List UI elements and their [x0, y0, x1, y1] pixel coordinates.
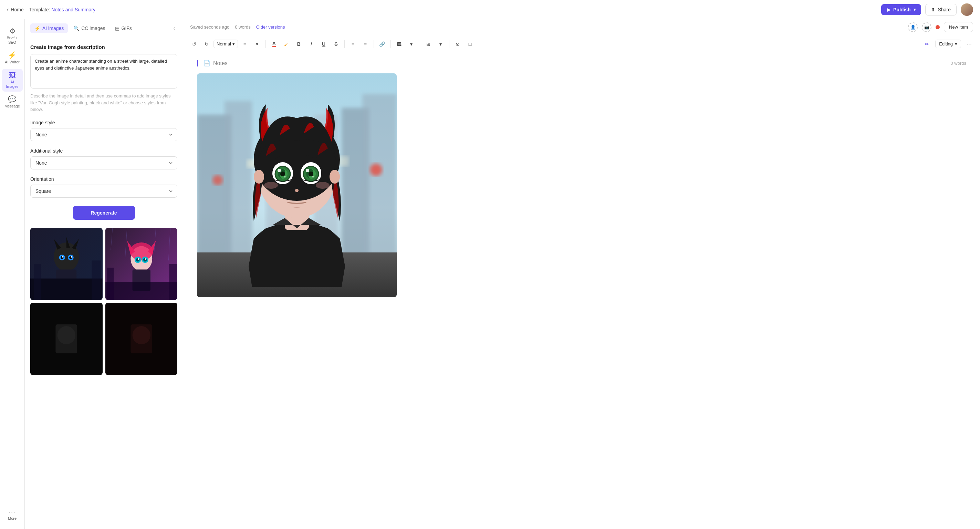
new-item-button[interactable]: New Item [944, 22, 973, 32]
align-chevron-button[interactable]: ▾ [252, 38, 263, 49]
additional-style-select[interactable]: None Dark Bright Vintage Futuristic [30, 156, 177, 169]
prompt-placeholder: Describe the image in detail and then us… [30, 92, 177, 113]
regenerate-button[interactable]: Regenerate [73, 206, 135, 220]
orientation-select[interactable]: Square Landscape Portrait [30, 185, 177, 198]
doc-title: Notes [213, 60, 228, 67]
ai-images-tab-icon: ⚡ [35, 25, 40, 31]
sidebar-item-more[interactable]: ··· More [2, 506, 23, 524]
svg-point-65 [278, 169, 281, 172]
sidebar-item-ai-writer[interactable]: ⚡ AI Writer [2, 49, 23, 67]
svg-point-23 [145, 258, 146, 259]
toolbar-divider-2 [344, 40, 345, 48]
image-thumb-4[interactable] [105, 303, 178, 375]
align-button[interactable]: ≡ [239, 38, 250, 49]
svg-point-21 [143, 258, 146, 261]
new-item-label: New Item [949, 24, 968, 30]
svg-rect-11 [34, 264, 41, 300]
image-grid [30, 228, 177, 375]
image-thumb-2[interactable] [105, 228, 178, 300]
underline-button[interactable]: U [318, 38, 329, 49]
editor-canvas[interactable]: 📄 Notes 0 words [183, 53, 980, 529]
table-button[interactable]: ⊞ [423, 38, 434, 49]
toolbar-divider-4 [390, 40, 391, 48]
editor-toolbar-left: ↺ ↻ Normal ▾ ≡ ▾ A 🖊 B I U S ≡ [189, 38, 921, 49]
text-color-icon: A [272, 41, 276, 47]
status-dot [935, 25, 940, 29]
svg-rect-29 [107, 268, 114, 300]
anime-character-svg [197, 73, 397, 297]
thumb-3-svg [30, 303, 103, 375]
thumb-2-svg [105, 228, 178, 300]
thumb-4-svg [105, 303, 178, 375]
strikethrough-button[interactable]: S [331, 38, 342, 49]
prompt-textarea[interactable]: Create an anime character standing on a … [30, 54, 177, 89]
link-button[interactable]: 🔗 [377, 38, 388, 49]
clear-format-button[interactable]: ⊘ [452, 38, 463, 49]
editor-area: Saved seconds ago 0 words Older versions… [183, 19, 980, 529]
italic-button[interactable]: I [306, 38, 317, 49]
top-nav-left: ‹ Home Template: Notes and Summary [7, 6, 95, 13]
highlight-button[interactable]: 🖊 [281, 38, 292, 49]
collaborator-avatar-icon[interactable]: 👤 [908, 22, 918, 32]
publish-icon: ▶ [887, 7, 891, 13]
image-chevron-button[interactable]: ▾ [406, 38, 417, 49]
share-button[interactable]: ⬆ Share [925, 4, 956, 16]
publish-button[interactable]: ▶ Publish ▾ [881, 4, 921, 15]
image-style-section: Image style None Anime Realistic Oil Pai… [30, 120, 177, 141]
sidebar-label-brief-seo: Brief + SEO [4, 36, 21, 45]
text-color-button[interactable]: A [269, 38, 280, 49]
extra-button[interactable]: □ [465, 38, 476, 49]
tab-ai-images[interactable]: ⚡ AI images [30, 24, 68, 33]
svg-rect-28 [105, 282, 178, 300]
editor-status-left: Saved seconds ago 0 words Older versions [190, 24, 285, 30]
svg-point-64 [309, 172, 313, 176]
share-label: Share [938, 7, 951, 13]
icon-sidebar: ⚙ Brief + SEO ⚡ AI Writer 🖼 AI Images 💬 … [0, 19, 25, 529]
brief-seo-icon: ⚙ [9, 27, 16, 34]
table-chevron-button[interactable]: ▾ [435, 38, 446, 49]
svg-point-9 [71, 256, 72, 257]
camera-icon[interactable]: 📷 [922, 22, 931, 32]
ai-images-icon: 🖼 [9, 72, 16, 78]
pencil-icon: ✏ [921, 38, 932, 49]
panel-collapse-button[interactable]: ‹ [172, 23, 177, 33]
tab-gifs[interactable]: ▤ GIFs [111, 24, 136, 33]
svg-point-20 [136, 258, 140, 261]
svg-point-8 [62, 256, 64, 257]
redo-button[interactable]: ↻ [201, 38, 212, 49]
sidebar-item-message[interactable]: 💬 Message [2, 93, 23, 111]
editing-button[interactable]: Editing ▾ [935, 40, 961, 48]
tab-cc-images[interactable]: 🔍 CC images [69, 24, 109, 33]
sidebar-label-more: More [8, 516, 16, 521]
editor-toolbar: ↺ ↻ Normal ▾ ≡ ▾ A 🖊 B I U S ≡ [183, 35, 980, 53]
sidebar-item-brief-seo[interactable]: ⚙ Brief + SEO [2, 25, 23, 48]
saved-text: Saved seconds ago [190, 24, 229, 30]
orientation-section: Orientation Square Landscape Portrait [30, 176, 177, 198]
toolbar-divider-3 [374, 40, 374, 48]
svg-point-67 [284, 176, 286, 178]
format-value: Normal [216, 41, 231, 46]
toolbar-divider-1 [266, 40, 266, 48]
top-nav-right: ▶ Publish ▾ ⬆ Share [881, 3, 973, 16]
doc-header: 📄 Notes 0 words [204, 60, 966, 67]
bullet-list-button[interactable]: ≡ [347, 38, 358, 49]
svg-point-72 [254, 170, 264, 183]
image-button[interactable]: 🖼 [394, 38, 405, 49]
older-versions-link[interactable]: Older versions [256, 24, 285, 30]
format-select[interactable]: Normal ▾ [213, 40, 238, 48]
home-link[interactable]: ‹ Home [7, 6, 24, 13]
undo-button[interactable]: ↺ [189, 38, 200, 49]
bold-button[interactable]: B [293, 38, 304, 49]
numbered-list-button[interactable]: ≡ [360, 38, 371, 49]
image-thumb-1[interactable] [30, 228, 103, 300]
svg-point-33 [57, 326, 75, 344]
more-options-button[interactable]: ··· [964, 39, 975, 49]
create-image-title: Create image from description [30, 44, 177, 50]
avatar[interactable] [961, 3, 973, 16]
publish-chevron-icon: ▾ [913, 7, 916, 12]
image-style-select[interactable]: None Anime Realistic Oil Painting Waterc… [30, 128, 177, 141]
svg-point-44 [370, 164, 382, 176]
sidebar-item-ai-images[interactable]: 🖼 AI Images [2, 69, 23, 92]
panel: ⚡ AI images 🔍 CC images ▤ GIFs ‹ Create … [25, 19, 183, 529]
image-thumb-3[interactable] [30, 303, 103, 375]
